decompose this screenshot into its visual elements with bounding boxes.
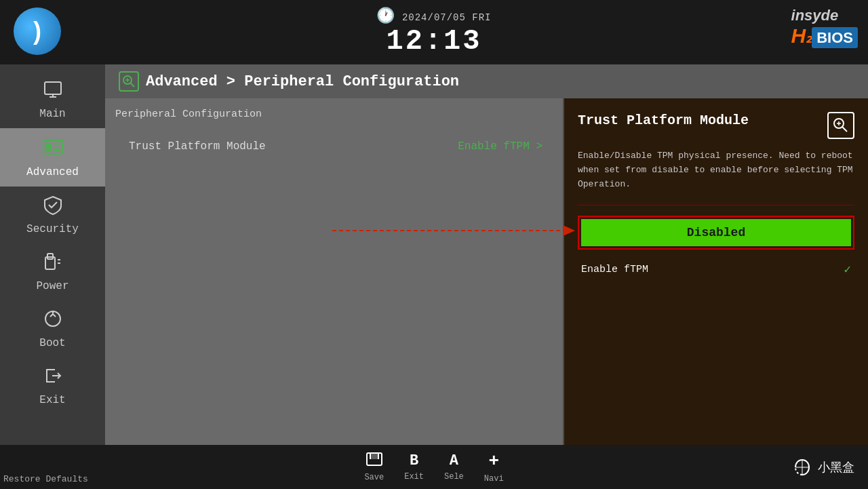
restore-defaults-button[interactable]: Restore Defaults	[3, 473, 88, 486]
sidebar-label-exit: Exit	[39, 394, 65, 406]
header: ) 🕐 2024/07/05 FRI 12:13 insyde H₂BIOS	[0, 0, 868, 64]
footer: Restore Defaults Save B Exit A Sele + Na…	[0, 445, 868, 489]
security-icon	[43, 195, 63, 220]
sidebar-item-security[interactable]: Security	[0, 187, 105, 243]
option-label: Enable fTPM	[581, 264, 648, 275]
content-panel: Peripheral Configuration Trust Platform …	[105, 98, 566, 445]
main-icon	[43, 79, 63, 105]
logo-d: )	[33, 17, 41, 45]
save-icon	[366, 452, 382, 470]
save-label: Save	[364, 473, 384, 482]
footer-navigate[interactable]: + Navi	[484, 451, 504, 484]
table-row[interactable]: Trust Platform Module Enable fTPM >	[115, 134, 556, 159]
svg-rect-4	[46, 143, 52, 151]
sidebar-item-exit[interactable]: Exit	[0, 357, 105, 414]
navigate-icon: +	[488, 451, 499, 471]
right-panel: Trust Platform Module Enable/Disable TPM…	[564, 98, 868, 445]
svg-rect-0	[45, 82, 61, 94]
watermark-logo: 小黑盒	[792, 457, 854, 477]
sidebar-label-power: Power	[36, 280, 68, 292]
boot-icon	[43, 309, 63, 334]
sidebar-item-advanced[interactable]: Advanced	[0, 128, 105, 187]
svg-rect-27	[370, 453, 378, 459]
config-value: Enable fTPM >	[458, 140, 542, 153]
breadcrumb-icon	[119, 71, 139, 92]
sidebar-item-main[interactable]: Main	[0, 71, 105, 128]
power-icon	[43, 252, 63, 277]
sidebar: Main Advanced Security	[0, 64, 105, 445]
dropdown-selected-option: Disabled	[581, 219, 851, 246]
checkmark-icon: ✓	[844, 262, 851, 277]
dropdown-option-ftpm[interactable]: Enable fTPM ✓	[578, 256, 854, 282]
footer-select[interactable]: A Sele	[444, 452, 464, 482]
dropdown-box[interactable]: Disabled	[578, 216, 854, 250]
insyde-text: insyde H₂BIOS	[791, 7, 858, 46]
breadcrumb: Advanced > Peripheral Configuration	[105, 64, 868, 98]
clock-date: 🕐 2024/07/05 FRI	[376, 7, 491, 25]
panel-title: Trust Platform Module	[578, 112, 821, 130]
svg-line-15	[131, 83, 135, 87]
logo-circle: )	[14, 7, 61, 55]
section-title: Peripheral Configuration	[115, 109, 556, 120]
sidebar-label-security: Security	[26, 223, 79, 235]
exit-icon	[43, 366, 63, 391]
footer-exit-label: Exit	[404, 472, 424, 482]
clock-area: 🕐 2024/07/05 FRI 12:13	[376, 7, 491, 58]
sidebar-label-main: Main	[39, 108, 65, 120]
watermark-text: 小黑盒	[818, 459, 854, 475]
select-icon: A	[450, 452, 458, 469]
sidebar-label-boot: Boot	[39, 337, 65, 349]
footer-exit[interactable]: B Exit	[404, 452, 424, 482]
sidebar-label-advanced: Advanced	[26, 166, 79, 178]
brand-logo: )	[7, 5, 68, 56]
svg-line-19	[843, 128, 848, 132]
sidebar-item-boot[interactable]: Boot	[0, 300, 105, 357]
breadcrumb-text: Advanced > Peripheral Configuration	[146, 73, 459, 90]
select-label: Sele	[444, 472, 464, 482]
clock-time: 12:13	[376, 25, 491, 58]
sidebar-item-power[interactable]: Power	[0, 243, 105, 300]
insyde-logo-area: insyde H₂BIOS	[791, 7, 858, 47]
footer-exit-icon: B	[410, 452, 418, 469]
advanced-icon	[42, 136, 64, 163]
panel-description: Enable/Disable TPM physical presence. Ne…	[578, 149, 854, 191]
panel-search-icon	[827, 112, 854, 139]
panel-divider	[578, 205, 854, 206]
panel-header: Trust Platform Module	[578, 112, 854, 139]
footer-save[interactable]: Save	[364, 452, 384, 482]
navigate-label: Navi	[484, 474, 504, 484]
config-label: Trust Platform Module	[129, 140, 458, 153]
